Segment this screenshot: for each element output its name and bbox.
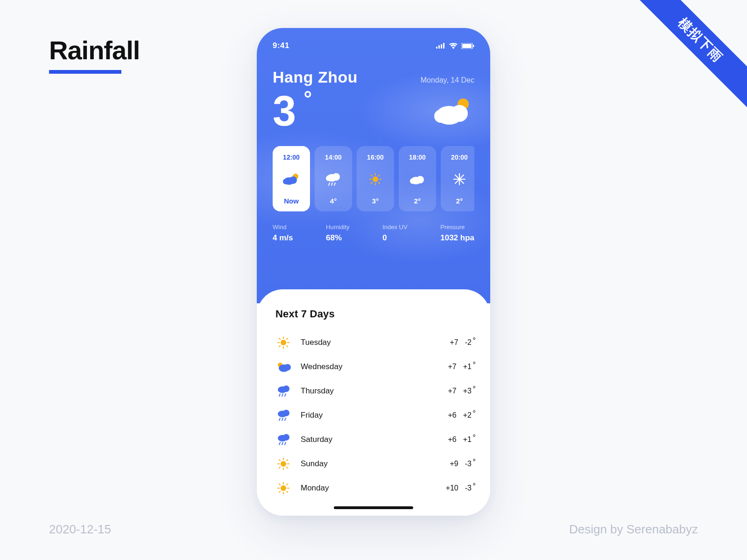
status-bar: 9:41 — [273, 41, 474, 50]
home-indicator[interactable] — [334, 506, 413, 509]
svg-point-14 — [283, 179, 289, 184]
svg-line-54 — [279, 394, 280, 396]
metric-wind: Wind 4 m/s — [273, 224, 293, 243]
svg-point-51 — [284, 364, 291, 371]
metric-pressure-label: Pressure — [440, 224, 474, 231]
svg-line-72 — [279, 460, 280, 461]
forecast-low: +3 — [463, 387, 472, 395]
hour-value: 3° — [372, 197, 379, 205]
hour-time: 18:00 — [409, 154, 426, 161]
forecast-high: +9 — [450, 460, 458, 468]
forecast-high: +6 — [448, 411, 457, 420]
metric-uv-value: 0 — [382, 233, 407, 243]
cloud-icon — [408, 171, 427, 187]
phone-frame: 9:41 Hang Zhou Monday, 14 Dec 3° — [257, 28, 490, 516]
hour-card[interactable]: 20:00 2° — [441, 146, 474, 211]
svg-line-19 — [331, 183, 332, 185]
signal-icon — [436, 43, 445, 49]
svg-line-73 — [287, 467, 288, 468]
metric-wind-label: Wind — [273, 224, 293, 231]
forecast-title: Next 7 Days — [275, 308, 472, 320]
svg-rect-2 — [441, 44, 442, 49]
forecast-day-name: Sunday — [301, 459, 328, 469]
cloud-sun-icon — [282, 171, 301, 187]
forecast-row[interactable]: Saturday +6 +1 — [275, 427, 472, 452]
forecast-row[interactable]: Sunday +9 -3 — [275, 452, 472, 476]
current-date: Monday, 14 Dec — [421, 76, 474, 84]
page-date: 2020-12-15 — [49, 522, 111, 537]
forecast-low: +1 — [463, 363, 472, 371]
status-time: 9:41 — [273, 41, 289, 50]
forecast-high: +10 — [446, 484, 458, 492]
battery-icon — [461, 43, 474, 49]
corner-ribbon-label: 模拟下雨 — [631, 0, 747, 110]
metric-pressure-value: 1032 hpa — [440, 233, 474, 243]
svg-line-61 — [285, 418, 286, 420]
forecast-high: +7 — [448, 363, 457, 371]
forecast-high: +6 — [448, 435, 457, 444]
svg-point-17 — [326, 175, 331, 181]
forecast-low: -3 — [465, 484, 472, 492]
metric-wind-value: 4 m/s — [273, 233, 293, 243]
hour-card[interactable]: 18:00 2° — [399, 146, 436, 211]
forecast-row[interactable]: Tuesday +7 -2 — [275, 330, 472, 355]
metric-uv: Index UV 0 — [382, 224, 407, 243]
forecast-low: +1 — [463, 435, 472, 444]
page-title-underline — [49, 70, 121, 74]
svg-rect-0 — [436, 47, 437, 49]
forecast-row[interactable]: Wednesday +7 +1 — [275, 355, 472, 379]
forecast-day-name: Monday — [301, 483, 329, 493]
forecast-row[interactable]: Monday +10 -3 — [275, 476, 472, 500]
city-name: Hang Zhou — [273, 68, 358, 86]
hour-card[interactable]: 16:00 3° — [357, 146, 394, 211]
svg-line-82 — [287, 491, 288, 492]
hour-value: 2° — [414, 197, 421, 205]
svg-line-29 — [371, 182, 372, 183]
svg-point-21 — [373, 176, 378, 182]
forecast-row[interactable]: Thursday +7 +3 — [275, 379, 472, 403]
svg-line-46 — [287, 346, 288, 347]
hour-time: 20:00 — [451, 154, 468, 161]
hour-card[interactable]: 12:00 Now — [273, 146, 310, 211]
svg-line-48 — [279, 346, 280, 347]
svg-line-45 — [279, 338, 280, 339]
forecast-low: +2 — [463, 411, 472, 420]
svg-line-75 — [279, 467, 280, 468]
forecast-day-name: Saturday — [301, 435, 332, 444]
snow-icon — [450, 171, 469, 187]
current-temperature: 3° — [273, 90, 296, 132]
svg-point-58 — [283, 410, 289, 416]
svg-line-56 — [285, 394, 286, 396]
hour-time: 14:00 — [325, 154, 342, 161]
forecast-list: Tuesday +7 -2 Wednesday +7 +1 Thursday +… — [275, 330, 472, 500]
svg-line-20 — [334, 183, 335, 185]
svg-rect-5 — [462, 44, 472, 48]
metric-humidity-label: Humidity — [326, 224, 350, 231]
page-title: Rainfall — [49, 35, 140, 65]
svg-point-16 — [332, 173, 340, 181]
svg-point-13 — [289, 176, 297, 184]
svg-line-74 — [287, 460, 288, 461]
hour-card[interactable]: 14:00 4° — [315, 146, 352, 211]
svg-line-28 — [379, 175, 380, 176]
svg-point-67 — [281, 461, 286, 467]
svg-line-81 — [279, 484, 280, 485]
svg-line-65 — [282, 442, 283, 445]
svg-line-26 — [371, 175, 372, 176]
sun-icon — [275, 458, 291, 470]
hourly-forecast[interactable]: 12:00 Now 14:00 4° 16:00 3° 18:00 2° 20:… — [273, 146, 474, 211]
page-credit: Design by Serenababyz — [569, 522, 698, 537]
hour-value: Now — [284, 197, 299, 205]
svg-point-31 — [416, 176, 424, 183]
rain-icon — [324, 171, 343, 187]
forecast-day-name: Friday — [301, 411, 323, 420]
hour-value: 4° — [330, 197, 337, 205]
rain-b-icon — [275, 385, 291, 397]
svg-line-47 — [287, 338, 288, 339]
sun-icon — [366, 171, 385, 187]
corner-ribbon: 模拟下雨 — [626, 0, 747, 121]
cloud-sun-b-icon — [275, 361, 291, 373]
forecast-row[interactable]: Friday +6 +2 — [275, 403, 472, 427]
current-temperature-value: 3 — [273, 88, 296, 134]
svg-rect-3 — [443, 43, 444, 49]
